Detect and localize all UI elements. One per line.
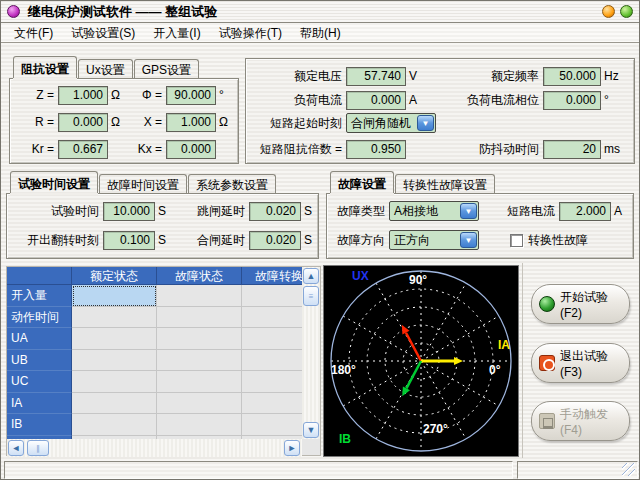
- table-cell[interactable]: [157, 328, 242, 350]
- exit-test-label: 退出试验(F3): [560, 348, 629, 379]
- chevron-down-icon[interactable]: ▼: [460, 232, 477, 248]
- short-current-field[interactable]: 2.000: [559, 202, 611, 221]
- exit-test-button[interactable]: 退出试验(F3): [531, 343, 630, 383]
- fault-panel: 故障类型 A相接地 ▼ 短路电流 2.000 A 故障方向 正方向 ▼ 转换性故…: [326, 193, 634, 259]
- resize-grip[interactable]: [622, 463, 635, 476]
- table-cell[interactable]: [72, 328, 157, 350]
- chevron-down-icon[interactable]: ▼: [417, 115, 434, 131]
- maximize-button[interactable]: [620, 5, 633, 18]
- deg270-label: 270°: [423, 422, 448, 436]
- horizontal-scroll-thumb[interactable]: ∥: [27, 440, 49, 456]
- table-cell[interactable]: [157, 371, 242, 393]
- rated-voltage-label: 额定电压: [246, 68, 342, 85]
- load-current-field[interactable]: 0.000: [346, 91, 406, 110]
- menu-operate[interactable]: 试验操作(T): [210, 24, 291, 42]
- row-label: UA: [7, 328, 72, 350]
- vertical-scroll-thumb[interactable]: ≡: [303, 286, 319, 306]
- debounce-field[interactable]: 20: [543, 140, 601, 159]
- short-current-unit: A: [614, 204, 622, 218]
- table-cell[interactable]: [72, 393, 157, 415]
- convertible-fault-checkbox[interactable]: [510, 234, 523, 247]
- table-cell[interactable]: [157, 393, 242, 415]
- table-cell[interactable]: [157, 307, 242, 329]
- tab-fault-settings[interactable]: 故障设置: [330, 171, 394, 193]
- table-cell[interactable]: [72, 371, 157, 393]
- table-cell[interactable]: [242, 414, 302, 436]
- chevron-down-icon[interactable]: ▼: [460, 203, 477, 219]
- z-field[interactable]: 1.000: [58, 86, 108, 105]
- rated-freq-field[interactable]: 50.000: [543, 67, 601, 86]
- impedance-panel: Z = 1.000 Ω Φ = 90.000 ° R = 0.000 Ω X =…: [9, 78, 239, 164]
- table-cell[interactable]: [157, 414, 242, 436]
- manual-trigger-button: 手动触发(F4): [531, 401, 630, 441]
- tab-test-time[interactable]: 试验时间设置: [10, 171, 98, 193]
- table-row: UC: [7, 371, 302, 393]
- flip-time-field[interactable]: 0.100: [103, 231, 155, 250]
- table-cell[interactable]: [242, 350, 302, 372]
- action-button-panel: 开始试验(F2) 退出试验(F3) 手动触发(F4): [522, 263, 638, 458]
- table-cell[interactable]: [242, 307, 302, 329]
- menu-test-settings[interactable]: 试验设置(S): [62, 24, 144, 42]
- timing-tabs: 试验时间设置 故障时间设置 系统参数设置: [10, 172, 277, 193]
- fault-type-dropdown[interactable]: A相接地 ▼: [389, 201, 479, 221]
- kr-field[interactable]: 0.667: [58, 140, 108, 159]
- phi-field[interactable]: 90.000: [166, 86, 216, 105]
- vertical-scrollbar[interactable]: ▲ ≡ ▼: [302, 267, 320, 439]
- table-cell[interactable]: [72, 350, 157, 372]
- table-cell[interactable]: [242, 371, 302, 393]
- tab-fault-time[interactable]: 故障时间设置: [99, 174, 187, 193]
- table-cell[interactable]: [72, 307, 157, 329]
- scroll-left-icon[interactable]: ◄: [8, 440, 24, 456]
- table-cell[interactable]: [157, 350, 242, 372]
- short-start-dropdown[interactable]: 合闸角随机 ▼: [346, 113, 436, 133]
- tab-impedance-settings[interactable]: 阻抗设置: [13, 56, 77, 78]
- table-cell-selected[interactable]: [72, 285, 157, 307]
- test-time-field[interactable]: 10.000: [103, 202, 155, 221]
- timing-panel: 试验时间 10.000 S 跳闸延时 0.020 S 开出翻转时刻 0.100 …: [6, 193, 319, 259]
- rated-voltage-field[interactable]: 57.740: [346, 67, 406, 86]
- rated-freq-unit: Hz: [604, 69, 619, 83]
- close-delay-field[interactable]: 0.020: [249, 231, 301, 250]
- r-field[interactable]: 0.000: [58, 113, 108, 132]
- convertible-fault-label: 转换性故障: [528, 232, 588, 249]
- test-time-unit: S: [158, 204, 166, 218]
- table-cell[interactable]: [242, 393, 302, 415]
- row-label: UC: [7, 371, 72, 393]
- impedance-mult-label: 短路阻抗倍数 =: [246, 141, 342, 158]
- table-cell[interactable]: [157, 285, 242, 307]
- tab-convertible-fault[interactable]: 转换性故障设置: [395, 174, 495, 193]
- table-cell[interactable]: [72, 414, 157, 436]
- fault-tabs: 故障设置 转换性故障设置: [330, 172, 496, 193]
- tab-system-params[interactable]: 系统参数设置: [188, 174, 276, 193]
- fault-type-value: A相接地: [394, 203, 438, 220]
- fault-direction-dropdown[interactable]: 正方向 ▼: [389, 230, 479, 250]
- menu-help[interactable]: 帮助(H): [291, 24, 350, 42]
- tab-ux-settings[interactable]: Ux设置: [78, 59, 133, 78]
- menu-file[interactable]: 文件(F): [5, 24, 62, 42]
- tab-gps-settings[interactable]: GPS设置: [134, 59, 199, 78]
- table-cell[interactable]: [242, 285, 302, 307]
- trip-delay-field[interactable]: 0.020: [249, 202, 301, 221]
- r-label: R =: [20, 115, 54, 129]
- start-test-button[interactable]: 开始试验(F2): [531, 284, 630, 324]
- row-label: 开入量: [7, 285, 72, 307]
- impedance-mult-field[interactable]: 0.950: [346, 140, 406, 159]
- status-bar-right: [517, 461, 638, 479]
- kr-label: Kr =: [20, 142, 54, 156]
- x-field[interactable]: 1.000: [166, 113, 216, 132]
- deg90-label: 90°: [409, 273, 427, 287]
- scroll-right-icon[interactable]: ►: [284, 440, 300, 456]
- x-unit: Ω: [219, 115, 228, 129]
- load-phase-field[interactable]: 0.000: [543, 91, 601, 110]
- scroll-down-icon[interactable]: ▼: [303, 422, 319, 438]
- menu-input[interactable]: 开入量(I): [144, 24, 209, 42]
- horizontal-scrollbar[interactable]: ◄ ∥ ►: [7, 439, 302, 457]
- ux-axis-label: UX: [352, 269, 369, 283]
- kx-field[interactable]: 0.000: [166, 140, 216, 159]
- minimize-button[interactable]: [602, 5, 615, 18]
- app-window: 继电保护测试软件 —— 整组试验 文件(F) 试验设置(S) 开入量(I) 试验…: [0, 0, 640, 480]
- table-corner-cell: [7, 267, 72, 285]
- r-unit: Ω: [111, 115, 120, 129]
- scroll-up-icon[interactable]: ▲: [303, 268, 319, 284]
- table-cell[interactable]: [242, 328, 302, 350]
